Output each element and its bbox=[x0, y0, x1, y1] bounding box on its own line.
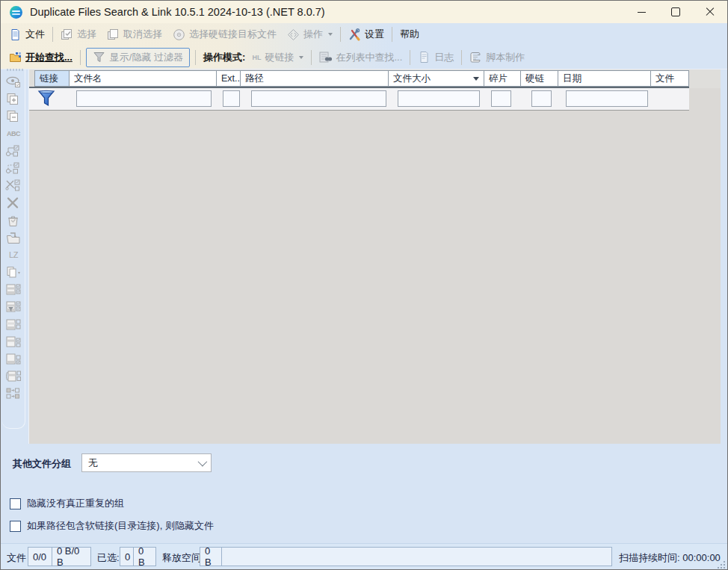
link-select-a-button[interactable] bbox=[5, 145, 22, 158]
abc-icon: ABC bbox=[7, 130, 20, 137]
menu-deselect-label: 取消选择 bbox=[123, 28, 162, 41]
copy-button[interactable] bbox=[5, 266, 22, 279]
grouping-value: 无 bbox=[88, 456, 98, 470]
resize-grip[interactable] bbox=[718, 561, 725, 569]
select-by-name-button[interactable]: ABC bbox=[5, 128, 22, 140]
toggle-filter-button[interactable]: 显示/隐藏 过滤器 bbox=[86, 48, 190, 67]
filter-filename-input[interactable] bbox=[76, 90, 212, 107]
checkbox-unchecked-icon[interactable] bbox=[10, 498, 21, 509]
folder-move-icon bbox=[5, 232, 22, 244]
group-list-alt-button[interactable] bbox=[5, 318, 22, 331]
find-in-list-button[interactable]: 在列表中查找... bbox=[314, 51, 407, 64]
free-space-value: 0 B bbox=[205, 545, 217, 568]
script-scroll-icon bbox=[469, 51, 482, 63]
delete-button[interactable] bbox=[5, 196, 22, 209]
column-header-filesize[interactable]: 文件大小 bbox=[388, 70, 484, 87]
status-bar: 文件 0/0 0 B/0 B 已选: 0 0 B 释放空间: 0 B 扫描持续时… bbox=[1, 543, 727, 570]
app-icon bbox=[10, 6, 22, 19]
filter-fragments-input[interactable] bbox=[491, 90, 511, 107]
files-count-box: 0/0 bbox=[28, 547, 52, 566]
filter-date-input[interactable] bbox=[566, 90, 648, 107]
select-add-pages-button[interactable] bbox=[5, 93, 22, 105]
column-header-date-label: 日期 bbox=[563, 72, 582, 85]
toggle-preview-button[interactable] bbox=[5, 75, 22, 88]
cut-links-button[interactable] bbox=[5, 179, 22, 192]
hardlink-hl-icon: HL bbox=[252, 55, 261, 61]
hide-softlink-label: 如果路径包含软链接(目录连接), 则隐藏文件 bbox=[27, 519, 214, 533]
move-to-folder-button[interactable] bbox=[5, 232, 22, 244]
deselect-pages-button[interactable] bbox=[5, 110, 22, 123]
column-header-date[interactable]: 日期 bbox=[558, 70, 651, 87]
start-search-label: 开始查找... bbox=[25, 51, 73, 64]
files-count-value: 0/0 bbox=[33, 551, 46, 563]
menu-select-hardlink-targets[interactable]: 选择硬链接目标文件 bbox=[167, 28, 282, 41]
minimize-icon bbox=[638, 12, 646, 13]
menu-select-label: 选择 bbox=[77, 28, 96, 41]
filter-hardlinks-input[interactable] bbox=[531, 90, 552, 107]
close-button[interactable] bbox=[693, 1, 727, 23]
scan-duration-caption: 扫描持续时间: bbox=[619, 552, 680, 563]
window-title: Duplicate Files Search & Link 10.5.1 202… bbox=[30, 6, 325, 18]
app-window: Duplicate Files Search & Link 10.5.1 202… bbox=[0, 0, 728, 570]
menu-deselect[interactable]: 取消选择 bbox=[102, 28, 167, 41]
column-header-filename-label: 文件名 bbox=[74, 72, 102, 85]
log-button[interactable]: 日志 bbox=[413, 51, 459, 64]
toolbar-grip[interactable] bbox=[7, 69, 25, 71]
maximize-button[interactable] bbox=[658, 1, 693, 23]
start-search-button[interactable]: 开始查找... bbox=[4, 51, 78, 64]
find-in-list-label: 在列表中查找... bbox=[336, 51, 402, 64]
group-list-button[interactable] bbox=[5, 283, 22, 296]
menu-toolbar: 文件 选择 取消选择 选择硬链接目标文件 操作 设置 帮助 bbox=[1, 23, 727, 46]
column-header-file-label: 文件 bbox=[655, 72, 674, 85]
column-header-path[interactable]: 路径 bbox=[240, 70, 389, 87]
filter-path-input[interactable] bbox=[251, 90, 386, 107]
active-funnel-icon[interactable] bbox=[37, 90, 55, 109]
progress-box bbox=[221, 547, 612, 566]
column-header-link[interactable]: 链接 bbox=[34, 70, 70, 87]
separator bbox=[311, 50, 312, 65]
filter-ext-input[interactable] bbox=[223, 90, 240, 107]
minimize-button[interactable] bbox=[624, 1, 658, 23]
menu-file[interactable]: 文件 bbox=[4, 28, 50, 41]
operations-diamond-icon bbox=[287, 28, 300, 41]
results-empty-body[interactable] bbox=[29, 111, 721, 444]
group-rows-icon bbox=[5, 283, 22, 296]
left-sidebar: ABC LZ bbox=[1, 69, 28, 444]
selected-label: 已选: bbox=[97, 551, 120, 565]
column-header-ext[interactable]: Ext... bbox=[216, 70, 241, 87]
group-filter-button[interactable] bbox=[5, 300, 22, 313]
column-header-hardlinks[interactable]: 硬链 bbox=[520, 70, 558, 87]
checkbox-unchecked-icon[interactable] bbox=[10, 521, 21, 532]
column-header-filename[interactable]: 文件名 bbox=[69, 70, 217, 87]
title-bar: Duplicate Files Search & Link 10.5.1 202… bbox=[1, 1, 727, 23]
menu-operations[interactable]: 操作 bbox=[282, 28, 338, 41]
mode-hardlink-dropdown[interactable]: HL 硬链接 bbox=[250, 51, 309, 64]
results-area: 链接 文件名 Ext... 路径 文件大小 碎片 硬链 日期 文件 bbox=[28, 69, 721, 444]
log-document-icon bbox=[418, 51, 431, 63]
chevron-down-icon bbox=[198, 457, 208, 467]
group-select-b-button[interactable] bbox=[5, 353, 22, 365]
mode-label: 操作模式: bbox=[198, 51, 250, 64]
lz-compress-button[interactable]: LZ bbox=[5, 249, 22, 261]
free-space-box: 0 B bbox=[200, 547, 222, 566]
group-bracket-button[interactable] bbox=[5, 370, 22, 382]
hide-no-duplicates-checkbox-row[interactable]: 隐藏没有真正重复的组 bbox=[10, 497, 124, 510]
menu-operations-label: 操作 bbox=[303, 28, 323, 41]
column-header-fragments[interactable]: 碎片 bbox=[484, 70, 521, 87]
menu-file-label: 文件 bbox=[25, 28, 45, 41]
menu-help[interactable]: 帮助 bbox=[395, 28, 425, 41]
menu-settings[interactable]: 设置 bbox=[343, 28, 389, 41]
grouping-combobox[interactable]: 无 bbox=[81, 453, 212, 472]
link-nodes-dashed-icon bbox=[5, 162, 22, 175]
menu-select[interactable]: 选择 bbox=[55, 28, 102, 41]
column-header-file[interactable]: 文件 bbox=[650, 70, 689, 87]
replace-swap-button[interactable] bbox=[5, 387, 22, 400]
link-nodes-check-icon bbox=[5, 145, 22, 158]
link-select-b-button[interactable] bbox=[5, 162, 22, 175]
scripting-button[interactable]: 脚本制作 bbox=[464, 51, 530, 64]
menu-select-hardlink-targets-label: 选择硬链接目标文件 bbox=[189, 28, 277, 41]
recycle-bin-button[interactable] bbox=[5, 214, 22, 227]
hide-softlink-checkbox-row[interactable]: 如果路径包含软链接(目录连接), 则隐藏文件 bbox=[10, 519, 214, 533]
group-select-a-button[interactable] bbox=[5, 335, 22, 348]
filter-filesize-input[interactable] bbox=[398, 90, 480, 107]
